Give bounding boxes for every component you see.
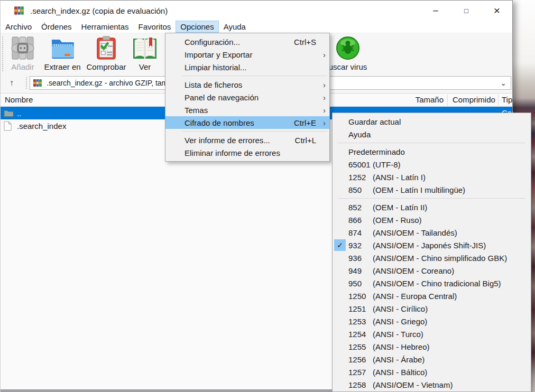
- up-directory-button[interactable]: ↑: [5, 77, 19, 89]
- submenu-item-936[interactable]: 936 (ANSI/OEM - Chino simplificado GBK): [333, 251, 531, 264]
- submenu-item-1251[interactable]: 1251 (ANSI - Cirílico): [333, 302, 531, 315]
- extract-folder-icon: [50, 35, 75, 61]
- submenu-item-ayuda[interactable]: Ayuda: [333, 128, 531, 141]
- toolbar-gripper: [2, 36, 3, 71]
- view-book-icon: [132, 35, 158, 61]
- opciones-menu: Configuración... Ctrl+S Importar y Expor…: [165, 33, 330, 162]
- view-label: Ver: [139, 62, 151, 71]
- menu-item-limpiar-historial[interactable]: Limpiar historial...: [165, 61, 329, 73]
- menu-herramientas[interactable]: Herramientas: [77, 21, 134, 33]
- submenu-item-1255[interactable]: 1255 (ANSI - Hebreo): [333, 340, 531, 353]
- menu-archivo[interactable]: Archivo: [1, 21, 36, 33]
- menu-favoritos[interactable]: Favoritos: [134, 21, 176, 33]
- menu-item-lista-de-ficheros[interactable]: Lista de ficheros ›: [165, 78, 329, 91]
- menu-separator: [338, 198, 525, 199]
- submenu-arrow-icon: ›: [319, 119, 326, 127]
- submenu-item-1250[interactable]: 1250 (ANSI - Europa Central): [333, 290, 531, 302]
- submenu-arrow-icon: ›: [319, 81, 326, 89]
- test-label: Comprobar: [86, 62, 126, 71]
- submenu-item-949[interactable]: 949 (ANSI/OEM - Coreano): [333, 264, 531, 277]
- winrar-icon: [14, 5, 24, 16]
- virus-scan-icon: [336, 35, 360, 61]
- shortcut-label: Ctrl+E: [294, 118, 316, 127]
- menu-ayuda[interactable]: Ayuda: [219, 21, 251, 33]
- menu-bar: Archivo Órdenes Herramientas Favoritos O…: [1, 21, 512, 33]
- scan-virus-button[interactable]: uscar virus: [323, 35, 373, 71]
- submenu-item-1252[interactable]: 1252 (ANSI - Latín I): [333, 171, 531, 183]
- cifrado-submenu: Guardar actual Ayuda Predeterminado 6500…: [332, 113, 531, 392]
- column-tipo[interactable]: Tipo: [502, 95, 512, 104]
- addressbar-gripper: [26, 77, 27, 90]
- submenu-arrow-icon: ›: [319, 51, 326, 59]
- minimize-button[interactable]: –: [420, 1, 451, 21]
- column-nombre[interactable]: Nombre: [5, 95, 33, 104]
- menu-opciones[interactable]: Opciones: [176, 21, 218, 33]
- menu-item-importar-exportar[interactable]: Importar y Exportar ›: [165, 48, 329, 61]
- submenu-item-850[interactable]: 850 (OEM - Latín I multilingüe): [333, 183, 531, 196]
- submenu-item-852[interactable]: 852 (OEM - Latín II): [333, 201, 531, 213]
- menu-item-eliminar-informe[interactable]: Eliminar informe de errores: [165, 146, 329, 159]
- shortcut-label: Ctrl+L: [295, 136, 316, 145]
- menu-separator: [338, 143, 525, 143]
- submenu-arrow-icon: ›: [319, 106, 326, 114]
- shortcut-label: Ctrl+S: [294, 38, 316, 46]
- submenu-item-866[interactable]: 866 (OEM - Ruso): [333, 213, 531, 226]
- rar-books-gray-icon: [10, 35, 35, 61]
- test-clipboard-icon: [94, 35, 118, 61]
- submenu-item-guardar-actual[interactable]: Guardar actual: [333, 115, 531, 128]
- submenu-item-1254[interactable]: 1254 (ANSI - Turco): [333, 328, 531, 340]
- close-button[interactable]: ×: [482, 1, 512, 21]
- submenu-item-1253[interactable]: 1253 (ANSI - Griego): [333, 315, 531, 328]
- column-tamano[interactable]: Tamaño: [416, 95, 444, 104]
- menu-ordenes[interactable]: Órdenes: [36, 21, 77, 33]
- menu-item-configuracion[interactable]: Configuración... Ctrl+S: [165, 35, 329, 48]
- submenu-item-1257[interactable]: 1257 (ANSI - Báltico): [333, 366, 531, 378]
- submenu-arrow-icon: ›: [319, 94, 326, 101]
- maximize-button[interactable]: □: [451, 1, 482, 21]
- screen: .search_index.gz (copia de evaluación) –…: [0, 0, 535, 392]
- submenu-item-65001[interactable]: 65001 (UTF-8): [333, 158, 531, 171]
- extract-label: Extraer en: [44, 62, 80, 71]
- menu-separator: [182, 76, 327, 76]
- submenu-item-874[interactable]: 874 (ANSI/OEM - Tailandés): [333, 226, 531, 239]
- column-comprimido[interactable]: Comprimido: [453, 95, 495, 104]
- checkmark-icon: ✓: [334, 239, 346, 251]
- column-divider: [447, 95, 448, 106]
- submenu-item-predeterminado[interactable]: Predeterminado: [333, 145, 531, 158]
- submenu-item-1256[interactable]: 1256 (ANSI - Árabe): [333, 353, 531, 366]
- row-name: .search_index: [17, 122, 66, 130]
- submenu-item-932[interactable]: ✓ 932 (ANSI/OEM - Japonés Shift-JIS): [333, 239, 531, 251]
- add-label: Añadir: [11, 62, 34, 71]
- submenu-item-1258[interactable]: 1258 (ANSI/OEM - Vietnam): [333, 378, 531, 391]
- up-folder-icon: [4, 109, 14, 117]
- row-name: ..: [17, 109, 21, 118]
- view-button[interactable]: Ver: [130, 35, 160, 71]
- menu-separator: [182, 131, 327, 132]
- chevron-down-icon[interactable]: ⌄: [496, 79, 511, 87]
- file-icon: [4, 121, 14, 131]
- scan-virus-label: uscar virus: [329, 62, 367, 71]
- extract-button[interactable]: Extraer en: [42, 35, 83, 71]
- title-bar: .search_index.gz (copia de evaluación) –…: [1, 1, 512, 21]
- test-button[interactable]: Comprobar: [85, 35, 128, 71]
- menu-item-cifrado-de-nombres[interactable]: Cifrado de nombres Ctrl+E ›: [165, 116, 329, 129]
- submenu-item-950[interactable]: 950 (ANSI/OEM - Chino tradicional Big5): [333, 277, 531, 290]
- column-divider: [498, 95, 499, 106]
- archive-file-icon: [33, 78, 42, 88]
- menu-item-temas[interactable]: Temas ›: [165, 104, 329, 116]
- menu-item-panel-de-navegacion[interactable]: Panel de navegación ›: [165, 91, 329, 104]
- add-button[interactable]: Añadir: [5, 35, 40, 71]
- menu-item-ver-informe[interactable]: Ver informe de errores... Ctrl+L: [165, 134, 329, 146]
- window-title: .search_index.gz (copia de evaluación): [30, 6, 168, 15]
